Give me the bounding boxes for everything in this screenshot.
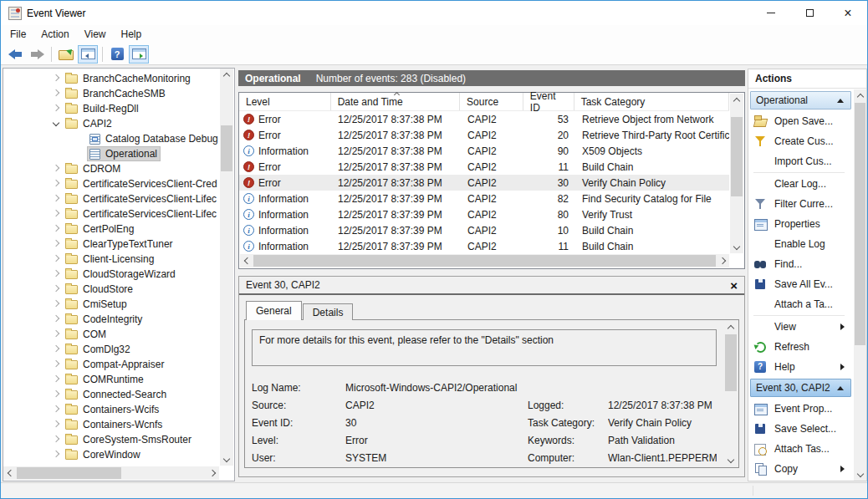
tree-item[interactable]: CertificateServicesClient-Cred <box>3 176 219 191</box>
open-saved-log-button[interactable] <box>56 45 76 64</box>
chevron-right-icon[interactable] <box>51 374 63 385</box>
tree-horizontal-scrollbar[interactable] <box>3 466 219 480</box>
column-header-event-id[interactable]: Event ID <box>523 93 574 110</box>
event-list-vertical-scrollbar[interactable] <box>730 94 743 253</box>
chevron-right-icon[interactable] <box>51 419 63 430</box>
tab-details[interactable]: Details <box>303 303 354 320</box>
event-row[interactable]: Information12/25/2017 8:37:39 PMCAPI282F… <box>239 191 729 206</box>
actions-section-operational[interactable]: Operational <box>750 91 851 109</box>
chevron-right-icon[interactable] <box>51 208 63 220</box>
scroll-up-button[interactable] <box>220 69 233 81</box>
scrollbar-thumb[interactable] <box>221 125 232 171</box>
close-button[interactable]: × <box>829 1 867 25</box>
tree-item[interactable]: CDROM <box>3 161 219 176</box>
tree-item[interactable]: ComDlg32 <box>3 342 219 357</box>
tree-item-operational[interactable]: Operational <box>3 146 219 161</box>
action-clear-log[interactable]: Clear Log... <box>748 174 853 194</box>
menu-view[interactable]: View <box>77 26 114 43</box>
tree-item[interactable]: CoreSystem-SmsRouter <box>3 432 219 447</box>
scroll-down-button[interactable] <box>220 453 233 466</box>
tree-item[interactable]: Connected-Search <box>3 387 219 402</box>
scroll-up-button[interactable] <box>730 94 743 106</box>
action-import-custom-view[interactable]: Import Cus... <box>748 151 853 171</box>
menu-help[interactable]: Help <box>114 26 150 43</box>
scrollbar-thumb[interactable] <box>253 255 716 267</box>
event-row[interactable]: Information12/25/2017 8:37:39 PMCAPI280V… <box>239 206 729 222</box>
chevron-right-icon[interactable] <box>51 193 63 205</box>
event-row-selected[interactable]: Error12/25/2017 8:37:38 PMCAPI230Verify … <box>239 175 729 191</box>
tree-item[interactable]: CoreWindow <box>3 447 219 462</box>
column-header-level[interactable]: Level <box>239 93 331 110</box>
tree-item-capi2[interactable]: CAPI2 <box>3 116 219 131</box>
tree-item[interactable]: CodeIntegrity <box>3 312 219 327</box>
chevron-right-icon[interactable] <box>51 313 63 325</box>
scroll-right-button[interactable] <box>717 254 729 267</box>
chevron-right-icon[interactable] <box>51 163 63 175</box>
action-attach-task-to-event[interactable]: Attach Tas... <box>748 439 853 459</box>
event-row[interactable]: Information12/25/2017 8:37:38 PMCAPI290X… <box>239 143 729 159</box>
tree-item[interactable]: Catalog Database Debug <box>3 131 219 146</box>
scroll-right-button[interactable] <box>207 466 219 480</box>
event-row[interactable]: Error12/25/2017 8:37:38 PMCAPI253Retriev… <box>239 111 729 127</box>
action-open-saved-log[interactable]: Open Save... <box>748 111 853 131</box>
tree-item[interactable]: Client-Licensing <box>3 252 219 267</box>
tree-item[interactable]: BranchCacheMonitoring <box>3 71 219 86</box>
column-header-source[interactable]: Source <box>460 93 523 110</box>
chevron-right-icon[interactable] <box>51 88 63 99</box>
tree-item[interactable]: CertificateServicesClient-Lifec <box>3 191 219 206</box>
scroll-up-button[interactable] <box>854 89 866 102</box>
show-hide-console-tree-button[interactable] <box>78 45 98 64</box>
tree-item[interactable]: COM <box>3 327 219 342</box>
preview-close-button[interactable]: × <box>730 279 738 292</box>
tree-item[interactable]: CloudStore <box>3 282 219 297</box>
menu-file[interactable]: File <box>3 26 33 43</box>
scroll-down-button[interactable] <box>730 241 743 253</box>
event-row[interactable]: Information12/25/2017 8:37:39 PMCAPI211B… <box>239 238 729 253</box>
chevron-right-icon[interactable] <box>51 223 63 235</box>
tree-item[interactable]: ClearTypeTextTuner <box>3 237 219 252</box>
event-list-horizontal-scrollbar[interactable] <box>240 254 729 267</box>
action-properties[interactable]: Properties <box>748 214 853 234</box>
column-header-date-time[interactable]: Date and Time <box>331 93 460 110</box>
scrollbar-thumb[interactable] <box>725 334 737 391</box>
chevron-down-icon[interactable] <box>51 118 63 130</box>
forward-button[interactable] <box>27 45 47 64</box>
tree-item[interactable]: CertificateServicesClient-Lifec <box>3 206 219 221</box>
actions-section-event-30[interactable]: Event 30, CAPI2 <box>750 379 851 397</box>
chevron-right-icon[interactable] <box>51 434 63 446</box>
action-enable-log[interactable]: Enable Log <box>748 234 853 254</box>
chevron-right-icon[interactable] <box>51 178 63 190</box>
chevron-right-icon[interactable] <box>51 73 63 84</box>
action-find[interactable]: Find... <box>748 254 853 274</box>
tree-item[interactable]: Compat-Appraiser <box>3 357 219 372</box>
tree-item[interactable]: CmiSetup <box>3 297 219 312</box>
chevron-right-icon[interactable] <box>51 253 63 265</box>
action-copy[interactable]: Copy <box>748 459 853 479</box>
chevron-right-icon[interactable] <box>51 404 63 415</box>
tree-item[interactable]: BranchCacheSMB <box>3 86 219 101</box>
action-attach-task-to-log[interactable]: Attach a Ta... <box>748 294 853 314</box>
chevron-right-icon[interactable] <box>51 449 63 461</box>
action-filter-current-log[interactable]: Filter Curre... <box>748 194 853 214</box>
chevron-right-icon[interactable] <box>51 389 63 400</box>
action-event-properties[interactable]: Event Prop... <box>748 399 853 419</box>
action-refresh[interactable]: Refresh <box>748 337 853 357</box>
chevron-right-icon[interactable] <box>51 344 63 355</box>
help-button[interactable]: ? <box>107 45 127 64</box>
scroll-up-button[interactable] <box>724 321 738 334</box>
event-row[interactable]: Error12/25/2017 8:37:38 PMCAPI211Build C… <box>239 159 729 175</box>
tree-vertical-scrollbar[interactable] <box>220 69 233 466</box>
tree-item[interactable]: Containers-Wcifs <box>3 402 219 417</box>
column-header-task-category[interactable]: Task Category <box>574 93 729 110</box>
preview-vertical-scrollbar[interactable] <box>724 321 738 466</box>
maximize-button[interactable] <box>790 1 829 25</box>
tab-general[interactable]: General <box>246 301 302 320</box>
chevron-right-icon[interactable] <box>51 298 63 310</box>
chevron-right-icon[interactable] <box>51 103 63 115</box>
action-save-all-events[interactable]: Save All Ev... <box>748 274 853 294</box>
action-create-custom-view[interactable]: Create Cus... <box>748 131 853 151</box>
menu-action[interactable]: Action <box>33 26 76 43</box>
chevron-right-icon[interactable] <box>51 359 63 370</box>
scrollbar-thumb[interactable] <box>855 103 865 345</box>
actions-vertical-scrollbar[interactable] <box>854 89 866 481</box>
